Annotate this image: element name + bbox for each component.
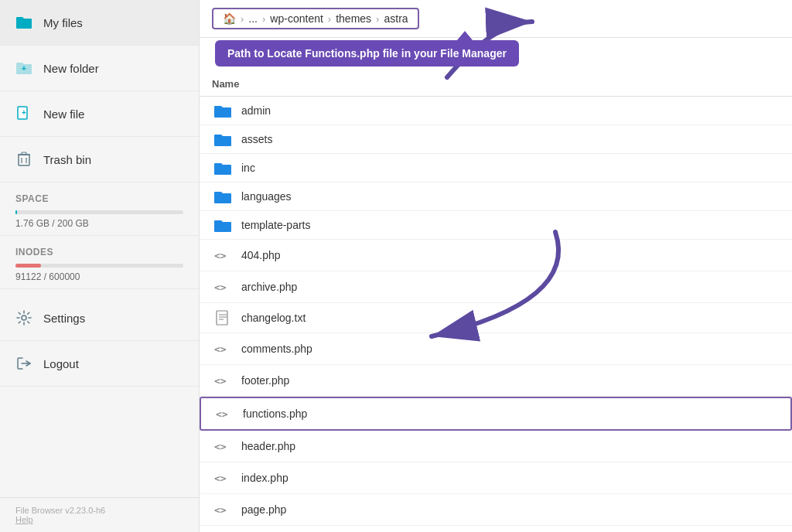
code-icon: <> (212, 340, 234, 357)
file-name: page.php (241, 503, 286, 516)
file-row[interactable]: <> comments.php (200, 333, 792, 365)
breadcrumb-ellipsis: ... (248, 12, 258, 25)
sidebar-item-new-folder-label: New folder (43, 62, 99, 75)
breadcrumb-sep-4: › (376, 13, 379, 25)
file-name: header.php (241, 440, 295, 452)
sidebar-nav: My files + New folder + New file (0, 0, 199, 497)
code-icon: <> (212, 247, 234, 264)
settings-icon (15, 309, 32, 326)
breadcrumb-home-icon: 🏠 (223, 12, 236, 25)
sidebar-item-logout[interactable]: Logout (0, 341, 199, 387)
svg-text:<>: <> (214, 250, 227, 261)
inodes-value: 91122 / 600000 (15, 271, 183, 282)
folder-icon (212, 104, 234, 118)
file-list-header: Name (200, 72, 792, 97)
file-row[interactable]: <> archive.php (200, 271, 792, 303)
code-icon: <> (212, 438, 234, 455)
sidebar-item-my-files[interactable]: My files (0, 0, 199, 46)
breadcrumb-box[interactable]: 🏠 › ... › wp-content › themes › astra (212, 8, 419, 29)
file-row[interactable]: inc (200, 154, 792, 182)
code-icon: <> (212, 372, 234, 389)
space-section: Space 1.76 GB / 200 GB (0, 182, 199, 236)
breadcrumb-sep-3: › (328, 13, 331, 25)
doc-icon (212, 310, 234, 326)
help-link[interactable]: Help (15, 515, 33, 524)
svg-text:<>: <> (214, 441, 227, 452)
file-row[interactable]: languages (200, 182, 792, 211)
svg-rect-14 (217, 311, 227, 325)
file-row[interactable]: <> 404.php (200, 240, 792, 271)
version-text: File Browser v2.23.0-h6 (15, 506, 183, 515)
svg-rect-3 (19, 155, 29, 165)
file-name: 404.php (241, 249, 281, 261)
file-list-header-name: Name (212, 78, 239, 90)
annotation-wrapper: Path to Locate Functions.php file in you… (215, 40, 519, 66)
inodes-progress-fill (15, 264, 41, 268)
file-name: inc (241, 162, 255, 174)
annotation-text: Path to Locate Functions.php file in you… (227, 47, 507, 60)
main-content: 🏠 › ... › wp-content › themes › astra Pa… (200, 0, 792, 532)
file-name: footer.php (241, 374, 289, 387)
sidebar-item-logout-label: Logout (43, 357, 79, 370)
file-row[interactable]: admin (200, 97, 792, 125)
space-value: 1.76 GB / 200 GB (15, 218, 183, 229)
sidebar-footer: File Browser v2.23.0-h6 Help (0, 497, 199, 532)
svg-point-8 (22, 315, 26, 320)
folder-icon (212, 218, 234, 232)
breadcrumb-themes: themes (336, 12, 371, 25)
file-name: admin (241, 104, 271, 117)
new-file-icon: + (15, 105, 32, 122)
file-name: archive.php (241, 281, 297, 293)
file-row[interactable]: changelog.txt (200, 303, 792, 333)
svg-text:+: + (22, 108, 26, 117)
file-row[interactable]: readme.txt (200, 526, 792, 532)
file-row[interactable]: <> header.php (200, 431, 792, 462)
svg-text:<>: <> (214, 281, 227, 293)
code-icon: <> (212, 469, 234, 486)
file-row[interactable]: <> footer.php (200, 365, 792, 397)
file-name: languages (241, 190, 292, 203)
svg-text:<>: <> (214, 375, 227, 387)
inodes-progress-bg (15, 264, 183, 268)
trash-icon (15, 151, 32, 168)
folder-icon (212, 161, 234, 175)
code-icon: <> (212, 501, 234, 518)
breadcrumb-sep-2: › (262, 13, 265, 25)
sidebar: My files + New folder + New file (0, 0, 200, 532)
file-row[interactable]: template-parts (200, 211, 792, 240)
svg-text:<>: <> (214, 472, 227, 484)
inodes-section: Inodes 91122 / 600000 (0, 236, 199, 289)
sidebar-item-settings-label: Settings (43, 312, 85, 325)
svg-text:<>: <> (214, 343, 227, 355)
sidebar-item-trash-bin[interactable]: Trash bin (0, 137, 199, 182)
file-row[interactable]: <> index.php (200, 462, 792, 494)
breadcrumb-astra: astra (384, 12, 408, 25)
file-name: functions.php (243, 408, 307, 420)
breadcrumb-sep-1: › (241, 13, 244, 25)
file-row[interactable]: <> page.php (200, 494, 792, 526)
breadcrumb-bar: 🏠 › ... › wp-content › themes › astra (200, 0, 792, 38)
sidebar-item-settings[interactable]: Settings (0, 295, 199, 341)
inodes-title: Inodes (15, 247, 183, 257)
sidebar-item-new-folder[interactable]: + New folder (0, 46, 199, 91)
svg-rect-5 (22, 152, 26, 155)
svg-text:<>: <> (214, 504, 227, 516)
file-name: index.php (241, 472, 288, 484)
logout-icon (15, 355, 32, 372)
file-row[interactable]: <> functions.php (200, 397, 792, 431)
code-icon: <> (212, 278, 234, 295)
file-name: template-parts (241, 219, 310, 231)
file-list: admin assets inc languages template-part… (200, 97, 792, 532)
code-icon: <> (213, 405, 235, 422)
file-row[interactable]: assets (200, 125, 792, 154)
svg-text:+: + (22, 63, 26, 73)
sidebar-item-new-file-label: New file (43, 107, 84, 121)
folder-icon (212, 132, 234, 146)
file-name: comments.php (241, 343, 312, 355)
sidebar-item-new-file[interactable]: + New file (0, 91, 199, 137)
new-folder-icon: + (15, 60, 32, 77)
space-title: Space (15, 193, 183, 204)
sidebar-item-my-files-label: My files (43, 16, 83, 29)
folder-icon (15, 14, 32, 31)
space-progress-bg (15, 210, 183, 214)
